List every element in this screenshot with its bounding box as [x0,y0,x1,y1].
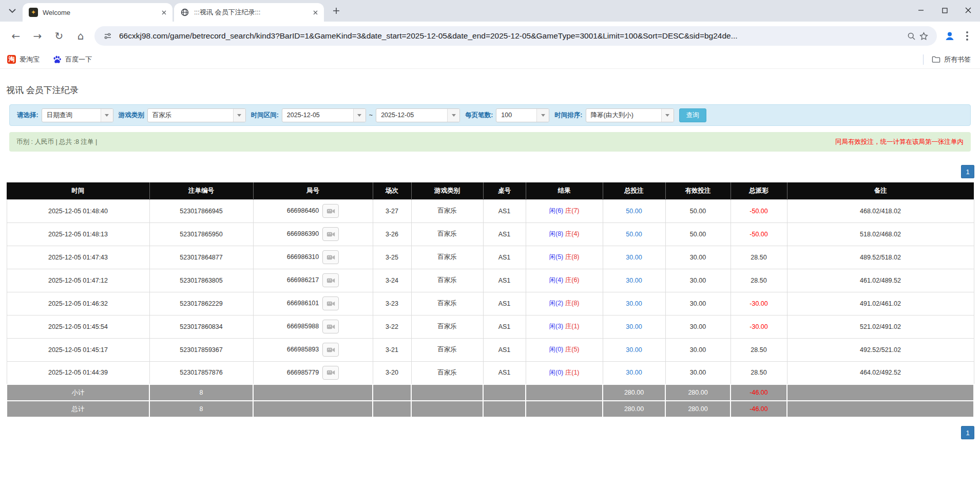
summary-count: 8 [149,401,253,417]
header-result: 结果 [526,182,603,199]
video-replay-button[interactable] [322,273,339,287]
video-replay-button[interactable] [322,250,339,264]
header-game-type: 游戏类别 [411,182,483,199]
tab-strip: ✦ Welcome :::视讯 会员下注纪录::: [0,0,980,22]
date-end-select[interactable]: 2025-12-05 [376,108,460,122]
game-type-select[interactable]: 百家乐 [147,108,246,122]
search-button[interactable]: 查询 [679,108,706,122]
reload-button[interactable]: ↻ [49,26,69,46]
video-replay-button[interactable] [322,204,339,218]
cell-time: 2025-12-05 01:46:32 [7,292,149,315]
summary-valid-bet: 280.00 [665,401,731,417]
address-bar[interactable]: 66cxkj98.com/game/betrecord_search/kind3… [94,26,937,46]
table-row: 2025-12-05 01:45:54523017860834666985988… [7,315,974,338]
cell-total-bet[interactable]: 50.00 [603,199,665,222]
cell-note: 464.02/492.52 [787,361,974,384]
url-text[interactable]: 66cxkj98.com/game/betrecord_search/kind3… [119,31,900,41]
video-replay-button[interactable] [322,366,339,380]
cell-bet-id: 523017857876 [149,361,253,384]
window-close-button[interactable] [956,0,980,21]
bookmark-star-icon[interactable] [917,30,930,42]
chevron-down-icon [233,109,245,122]
cell-total-bet[interactable]: 30.00 [603,269,665,292]
chevron-down-icon [353,109,366,122]
cell-total-bet[interactable]: 30.00 [603,315,665,338]
cell-session: 3-24 [373,269,411,292]
cell-total-bet[interactable]: 30.00 [603,292,665,315]
bookmarks-bar: 淘 爱淘宝 百度一下 所有书签 [0,50,980,69]
site-settings-icon[interactable] [102,30,114,42]
cell-table: AS1 [483,269,526,292]
summary-valid-bet: 280.00 [665,384,731,401]
tab-close-icon[interactable] [159,8,168,17]
cell-game-type: 百家乐 [411,199,483,222]
page-title: 视讯 会员下注纪录 [6,84,980,96]
table-row: 2025-12-05 01:46:32523017862229666986101… [7,292,974,315]
pagination-bottom: 1 [0,426,980,439]
new-tab-button[interactable] [329,3,344,18]
bookmark-baidu[interactable]: 百度一下 [53,55,92,64]
browser-menu-icon[interactable] [959,26,975,46]
all-bookmarks-button[interactable]: 所有书签 [932,55,971,64]
video-replay-button[interactable] [322,343,339,357]
tab-bet-record[interactable]: :::视讯 会员下注纪录::: [174,3,324,22]
tab-search-button[interactable] [5,4,20,18]
window-minimize-button[interactable] [909,0,933,21]
bookmark-taobao[interactable]: 淘 爱淘宝 [7,55,40,64]
per-page-label: 每页笔数: [465,111,493,120]
table-row: 2025-12-05 01:47:43523017864877666986310… [7,246,974,269]
header-valid-bet: 有效投注 [665,182,731,199]
cell-valid-bet: 50.00 [665,222,731,246]
zoom-icon[interactable] [905,30,917,42]
table-row: 2025-12-05 01:48:13523017865950666986390… [7,222,974,246]
back-button[interactable]: ← [6,26,26,46]
page-number-button[interactable]: 1 [961,165,974,178]
cell-game-type: 百家乐 [411,315,483,338]
cell-payout: -30.00 [731,315,787,338]
cell-bet-id: 523017859367 [149,338,253,361]
filter-panel: 请选择: 日期查询 游戏类别 百家乐 时间区间: 2025-12-05 ~ 20… [9,104,971,126]
cell-bet-id: 523017865950 [149,222,253,246]
cell-total-bet[interactable]: 50.00 [603,222,665,246]
cell-payout: -50.00 [731,222,787,246]
video-replay-button[interactable] [322,296,339,310]
profile-avatar-icon[interactable] [940,26,959,46]
tab-welcome[interactable]: ✦ Welcome [23,3,172,22]
forward-button[interactable]: → [28,26,47,46]
page-number-button[interactable]: 1 [961,426,974,439]
cell-total-bet[interactable]: 30.00 [603,361,665,384]
cell-game-type: 百家乐 [411,269,483,292]
date-start-select[interactable]: 2025-12-05 [282,108,366,122]
sort-select[interactable]: 降幂(由大到小) [586,108,674,122]
cell-total-bet[interactable]: 30.00 [603,246,665,269]
cell-result: 闲(2) 庄(8) [526,292,603,315]
window-maximize-button[interactable] [933,0,956,21]
summary-count: 8 [149,384,253,401]
date-range-label: 时间区间: [251,111,279,120]
taobao-icon: 淘 [7,55,16,64]
cell-bet-id: 523017860834 [149,315,253,338]
cell-time: 2025-12-05 01:48:13 [7,222,149,246]
cell-time: 2025-12-05 01:44:39 [7,361,149,384]
summary-label: 总计 [7,401,149,417]
query-mode-select[interactable]: 日期查询 [42,108,113,122]
video-replay-button[interactable] [322,227,339,241]
cell-result: 闲(0) 庄(1) [526,361,603,384]
cell-bet-id: 523017863805 [149,269,253,292]
cell-session: 3-21 [373,338,411,361]
cell-round: 666985893 [253,338,373,361]
cell-total-bet[interactable]: 30.00 [603,338,665,361]
header-time: 时间 [7,182,149,199]
cell-round: 666986217 [253,269,373,292]
home-button[interactable]: ⌂ [71,26,90,46]
per-page-select[interactable]: 100 [496,108,549,122]
video-replay-button[interactable] [322,320,339,333]
tab-title: :::视讯 会员下注纪录::: [194,8,311,17]
bookmark-label: 爱淘宝 [20,55,40,64]
cell-round: 666985779 [253,361,373,384]
date-range-tilde: ~ [369,112,373,119]
cell-valid-bet: 30.00 [665,361,731,384]
tab-close-icon[interactable] [311,8,320,17]
cell-table: AS1 [483,315,526,338]
cell-valid-bet: 30.00 [665,338,731,361]
